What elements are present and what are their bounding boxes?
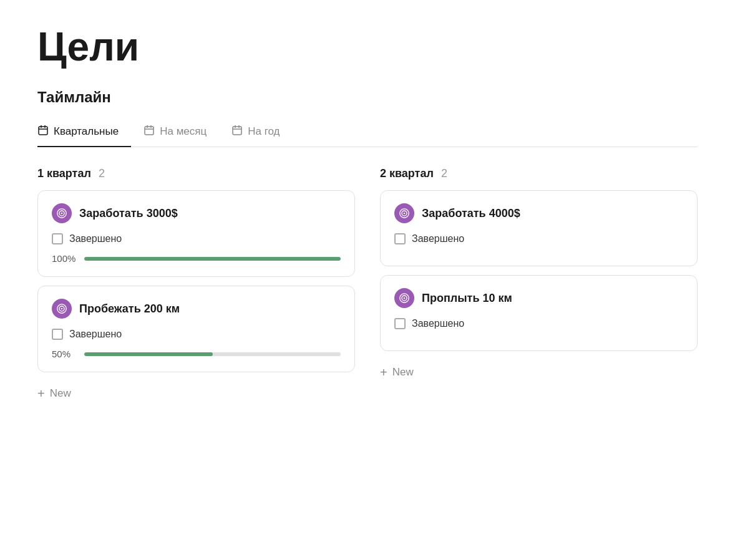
goal-card-2[interactable]: Пробежать 200 км Завершено 50% bbox=[37, 286, 355, 372]
svg-point-17 bbox=[61, 308, 63, 310]
goal2-icon bbox=[52, 299, 72, 319]
q2-new-button[interactable]: + New bbox=[380, 360, 414, 385]
q2-plus-icon: + bbox=[380, 366, 387, 379]
svg-point-14 bbox=[61, 213, 63, 215]
tab-monthly[interactable]: На месяц bbox=[144, 118, 219, 147]
goal2-progress-bg bbox=[84, 352, 341, 356]
tab-monthly-label: На месяц bbox=[160, 125, 207, 138]
column-q1: 1 квартал 2 Заработать 3000$ Завершено bbox=[37, 167, 355, 406]
goal2-checkbox-label: Завершено bbox=[69, 329, 122, 340]
goal2-progress-row: 50% bbox=[52, 349, 341, 359]
q1-label: 1 квартал bbox=[37, 167, 91, 180]
column-q2: 2 квартал 2 Заработать 4000$ Завершено bbox=[380, 167, 698, 406]
goal4-checkbox[interactable] bbox=[394, 318, 406, 329]
tab-quarterly[interactable]: Квартальные bbox=[37, 118, 131, 147]
goal4-checkbox-label: Завершено bbox=[412, 318, 464, 329]
goal1-checkbox[interactable] bbox=[52, 233, 63, 244]
goal4-icon bbox=[394, 288, 414, 308]
svg-point-23 bbox=[404, 297, 406, 299]
svg-point-20 bbox=[404, 213, 406, 215]
goal2-progress-text: 50% bbox=[52, 349, 77, 359]
calendar-icon-yearly bbox=[231, 125, 243, 138]
goal4-header: Проплыть 10 км bbox=[394, 288, 683, 308]
calendar-icon-monthly bbox=[144, 125, 155, 138]
tabs-container: Квартальные На месяц На год bbox=[37, 118, 698, 147]
goal1-icon bbox=[52, 203, 72, 223]
goal1-header: Заработать 3000$ bbox=[52, 203, 341, 223]
goal3-title: Заработать 4000$ bbox=[422, 207, 520, 220]
svg-rect-4 bbox=[145, 127, 153, 135]
section-title: Таймлайн bbox=[37, 89, 698, 106]
q2-count: 2 bbox=[441, 167, 447, 180]
tab-quarterly-label: Квартальные bbox=[54, 125, 119, 138]
columns-container: 1 квартал 2 Заработать 3000$ Завершено bbox=[37, 167, 698, 406]
goal4-checkbox-row: Завершено bbox=[394, 318, 683, 329]
goal1-title: Заработать 3000$ bbox=[79, 207, 178, 220]
tab-yearly-label: На год bbox=[248, 125, 280, 138]
goal-card-4[interactable]: Проплыть 10 км Завершено bbox=[380, 275, 698, 351]
q1-new-label: New bbox=[50, 387, 71, 400]
goal1-progress-text: 100% bbox=[52, 253, 77, 264]
q1-plus-icon: + bbox=[37, 387, 45, 400]
page-title: Цели bbox=[37, 25, 698, 69]
q1-count: 2 bbox=[99, 167, 105, 180]
goal2-progress-fill bbox=[84, 352, 213, 356]
goal2-header: Пробежать 200 км bbox=[52, 299, 341, 319]
goal3-icon bbox=[394, 203, 414, 223]
tab-yearly[interactable]: На год bbox=[231, 118, 292, 147]
goal1-progress-fill bbox=[84, 257, 341, 261]
goal-card-1[interactable]: Заработать 3000$ Завершено 100% bbox=[37, 190, 355, 277]
calendar-icon-quarterly bbox=[37, 125, 49, 138]
goal4-title: Проплыть 10 км bbox=[422, 292, 512, 305]
svg-rect-8 bbox=[233, 127, 241, 135]
goal3-checkbox-row: Завершено bbox=[394, 233, 683, 244]
goal3-checkbox-label: Завершено bbox=[412, 233, 464, 244]
svg-rect-0 bbox=[39, 127, 47, 135]
goal1-progress-bg bbox=[84, 257, 341, 261]
q1-new-button[interactable]: + New bbox=[37, 381, 71, 406]
goal2-title: Пробежать 200 км bbox=[79, 302, 180, 316]
goal2-checkbox[interactable] bbox=[52, 329, 63, 340]
q1-header: 1 квартал 2 bbox=[37, 167, 355, 180]
goal3-header: Заработать 4000$ bbox=[394, 203, 683, 223]
goal1-progress-row: 100% bbox=[52, 253, 341, 264]
goal1-checkbox-row: Завершено bbox=[52, 233, 341, 244]
goal3-checkbox[interactable] bbox=[394, 233, 406, 244]
goal2-checkbox-row: Завершено bbox=[52, 329, 341, 340]
q2-label: 2 квартал bbox=[380, 167, 434, 180]
q2-header: 2 квартал 2 bbox=[380, 167, 698, 180]
goal-card-3[interactable]: Заработать 4000$ Завершено bbox=[380, 190, 698, 266]
goal1-checkbox-label: Завершено bbox=[69, 233, 122, 244]
q2-new-label: New bbox=[392, 366, 414, 379]
